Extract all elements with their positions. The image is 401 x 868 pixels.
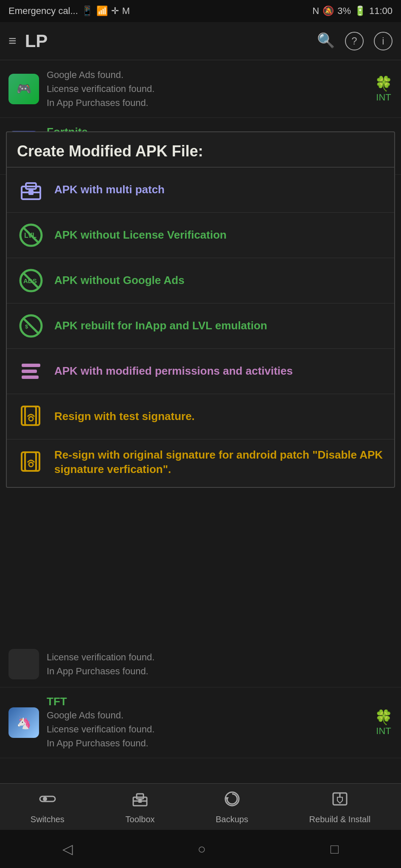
svg-text:$: $ — [25, 323, 28, 330]
rebuild-label: Rebuild & Install — [309, 815, 371, 824]
status-mail-icon: M — [122, 6, 130, 17]
app-info-tft: TFT Google Ads found.License verificatio… — [47, 695, 370, 750]
list-item-tft[interactable]: 🦄 TFT Google Ads found.License verificat… — [0, 687, 401, 758]
toolbox-icon — [17, 176, 45, 204]
status-battery-icon: 🔋 — [354, 6, 366, 17]
status-plus-icon: ✛ — [111, 6, 119, 17]
svg-rect-27 — [138, 799, 142, 803]
avatar: 🎮 — [8, 74, 39, 104]
list-item-partial[interactable]: License verification found.In App Purcha… — [0, 641, 401, 687]
resign-test-icon — [17, 403, 45, 431]
help-button[interactable]: ? — [345, 32, 364, 50]
badge-label-tft: INT — [376, 726, 391, 737]
app-detail: Google Ads found.License verification fo… — [47, 68, 370, 110]
modal-item-inapp-lvl[interactable]: $ APK rebuilt for InApp and LVL emulatio… — [7, 303, 394, 349]
svg-rect-3 — [28, 190, 34, 195]
status-wifi-icon: 📶 — [96, 6, 108, 17]
bottom-nav: Switches Toolbox Backups — [0, 783, 401, 830]
svg-rect-22 — [40, 796, 55, 801]
badge-label: INT — [376, 92, 391, 103]
modal-item-resign-original[interactable]: Re-sign with original signature for andr… — [7, 440, 394, 485]
svg-rect-17 — [25, 406, 39, 425]
toolbox-label: Toolbox — [126, 815, 155, 824]
svg-rect-20 — [25, 452, 39, 471]
svg-text:ADS: ADS — [23, 277, 37, 284]
status-nfc-icon: N — [312, 6, 319, 17]
app-name-tft: TFT — [47, 695, 370, 708]
svg-point-23 — [43, 797, 47, 801]
permissions-label: APK with modified permissions and activi… — [54, 364, 293, 378]
no-ads-label: APK without Google Ads — [54, 273, 185, 288]
switches-label: Switches — [31, 815, 64, 824]
badge-icon-tft: 🍀 — [375, 709, 393, 726]
modal-item-resign-test[interactable]: Resign with test signature. — [7, 394, 394, 440]
recents-button[interactable]: □ — [331, 841, 339, 857]
create-apk-modal: Create Modified APK File: APK with multi… — [6, 131, 395, 488]
app-title: LP — [25, 31, 317, 51]
status-carrier: Emergency cal... — [8, 6, 78, 17]
status-silent-icon: 🔕 — [322, 6, 334, 17]
home-button[interactable]: ○ — [198, 841, 206, 857]
modal-item-no-license[interactable]: LVL APK without License Verification — [7, 213, 394, 258]
app-info-partial: License verification found.In App Purcha… — [47, 650, 393, 678]
app-badge-tft: 🍀 INT — [375, 709, 393, 737]
no-license-icon: LVL — [17, 221, 45, 249]
app-info: Google Ads found.License verification fo… — [47, 68, 370, 110]
svg-rect-25 — [137, 794, 143, 799]
app-bar-actions: 🔍 ? i — [317, 32, 393, 50]
back-button[interactable]: ◁ — [62, 841, 73, 857]
inapp-lvl-label: APK rebuilt for InApp and LVL emulation — [54, 319, 267, 333]
svg-point-21 — [29, 462, 33, 467]
status-bar: Emergency cal... 📱 📶 ✛ M N 🔕 3% 🔋 11:00 — [0, 0, 401, 22]
status-time: 11:00 — [369, 6, 393, 17]
badge-icon: 🍀 — [375, 75, 393, 92]
status-left: Emergency cal... 📱 📶 ✛ M — [8, 6, 130, 17]
nav-backups[interactable]: Backups — [216, 790, 248, 824]
status-right: N 🔕 3% 🔋 11:00 — [312, 6, 393, 17]
menu-button[interactable]: ≡ — [8, 33, 17, 49]
list-item[interactable]: 🎮 Google Ads found.License verification … — [0, 60, 401, 118]
backups-icon — [223, 790, 241, 812]
svg-rect-14 — [22, 370, 37, 373]
app-detail-tft: Google Ads found.License verification fo… — [47, 708, 370, 750]
info-button[interactable]: i — [374, 32, 393, 50]
svg-point-18 — [29, 417, 33, 421]
multi-patch-label: APK with multi patch — [54, 183, 165, 197]
modal-title: Create Modified APK File: — [7, 132, 394, 167]
resign-test-label: Resign with test signature. — [54, 409, 195, 424]
resign-original-icon — [17, 448, 45, 476]
svg-rect-15 — [22, 376, 39, 379]
inapp-lvl-icon: $ — [17, 312, 45, 340]
app-bar: ≡ LP 🔍 ? i — [0, 22, 401, 60]
nav-switches[interactable]: Switches — [31, 790, 64, 824]
app-list-below: License verification found.In App Purcha… — [0, 641, 401, 758]
avatar-partial — [8, 649, 39, 679]
no-license-label: APK without License Verification — [54, 228, 227, 242]
permissions-icon — [17, 357, 45, 385]
switches-icon — [38, 790, 57, 812]
system-nav: ◁ ○ □ — [0, 830, 401, 868]
nav-rebuild[interactable]: Rebuild & Install — [309, 790, 371, 824]
search-button[interactable]: 🔍 — [317, 32, 335, 50]
status-sim-icon: 📱 — [81, 6, 93, 17]
svg-rect-13 — [22, 364, 40, 367]
app-detail-partial: License verification found.In App Purcha… — [47, 650, 393, 678]
modal-item-no-ads[interactable]: ADS APK without Google Ads — [7, 258, 394, 303]
resign-original-label: Re-sign with original signature for andr… — [54, 448, 384, 477]
toolbox-nav-icon — [131, 790, 149, 812]
app-badge: 🍀 INT — [375, 75, 393, 103]
modal-item-permissions[interactable]: APK with modified permissions and activi… — [7, 349, 394, 394]
svg-text:LVL: LVL — [24, 232, 36, 239]
rebuild-icon — [331, 790, 349, 812]
status-battery-pct: 3% — [337, 6, 351, 17]
no-ads-icon: ADS — [17, 267, 45, 295]
nav-toolbox[interactable]: Toolbox — [126, 790, 155, 824]
avatar-tft: 🦄 — [8, 707, 39, 738]
backups-label: Backups — [216, 815, 248, 824]
modal-item-multi-patch[interactable]: APK with multi patch — [7, 167, 394, 213]
